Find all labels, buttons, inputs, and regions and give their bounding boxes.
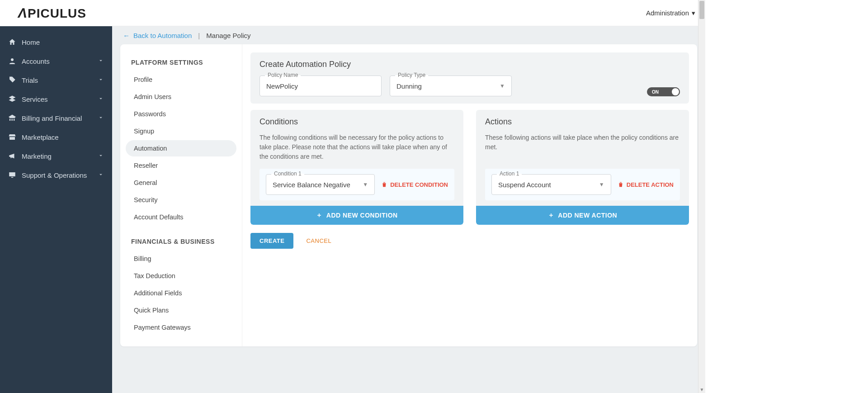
sidebar-item-label: Marketing — [22, 152, 52, 160]
settings-item-signup[interactable]: Signup — [126, 123, 236, 139]
sidebar-item-label: Support & Operations — [22, 171, 87, 179]
settings-item-tax-deduction[interactable]: Tax Deduction — [126, 268, 236, 284]
settings-group-title: FINANCIALS & BUSINESS — [126, 233, 236, 250]
action-value: Suspend Account — [498, 181, 551, 189]
settings-item-passwords[interactable]: Passwords — [126, 106, 236, 122]
delete-action-button[interactable]: DELETE ACTION — [618, 181, 674, 188]
conditions-title: Conditions — [259, 117, 454, 127]
policy-type-select[interactable]: Dunning ▼ — [390, 76, 512, 96]
chevron-down-icon — [98, 114, 104, 122]
chevron-down-icon — [98, 76, 104, 84]
condition-label: Condition 1 — [271, 170, 304, 177]
settings-item-quick-plans[interactable]: Quick Plans — [126, 302, 236, 318]
action-select[interactable]: Suspend Account ▼ — [491, 174, 611, 195]
toggle-on-label: ON — [650, 89, 661, 95]
layers-icon — [8, 95, 16, 103]
caret-down-icon: ▼ — [363, 181, 368, 188]
settings-item-account-defaults[interactable]: Account Defaults — [126, 209, 236, 225]
bank-icon — [8, 114, 16, 122]
sidebar-item-label: Accounts — [22, 57, 50, 65]
sidebar-item-label: Trials — [22, 76, 38, 84]
add-condition-button[interactable]: ＋ ADD NEW CONDITION — [250, 206, 463, 225]
svg-point-0 — [11, 58, 14, 61]
policy-enabled-toggle[interactable]: ON — [647, 87, 680, 96]
settings-group-title: PLATFORM SETTINGS — [126, 54, 236, 71]
settings-item-automation[interactable]: Automation — [126, 140, 236, 156]
sidebar-item-services[interactable]: Services — [0, 90, 112, 109]
plus-icon: ＋ — [316, 211, 323, 219]
user-icon — [8, 57, 16, 65]
conditions-card: Conditions The following conditions will… — [250, 110, 463, 225]
card-title: Create Automation Policy — [259, 60, 680, 69]
chevron-down-icon — [98, 152, 104, 160]
add-condition-label: ADD NEW CONDITION — [326, 212, 398, 219]
sidebar-item-marketing[interactable]: Marketing — [0, 147, 112, 166]
scroll-down-arrow-icon[interactable]: ▼ — [698, 386, 705, 393]
sidebar-item-trials[interactable]: Trials — [0, 71, 112, 90]
sidebar-item-support[interactable]: Support & Operations — [0, 166, 112, 185]
create-button[interactable]: CREATE — [250, 233, 293, 249]
delete-condition-button[interactable]: DELETE CONDITION — [381, 181, 448, 188]
store-icon — [8, 133, 16, 141]
sidebar-item-label: Billing and Financial — [22, 114, 82, 122]
settings-item-reseller[interactable]: Reseller — [126, 157, 236, 174]
condition-value: Service Balance Negative — [273, 181, 350, 189]
sidebar-item-label: Marketplace — [22, 133, 59, 141]
condition-select[interactable]: Service Balance Negative ▼ — [266, 174, 375, 195]
condition-row: Condition 1 Service Balance Negative ▼ — [259, 169, 454, 200]
sidebar-item-label: Home — [22, 38, 40, 46]
topbar: ΛPICULUS Administration ▾ — [0, 0, 705, 26]
sidebar-item-label: Services — [22, 95, 48, 103]
chevron-down-icon — [98, 57, 104, 65]
caret-down-icon: ▼ — [500, 83, 505, 89]
breadcrumb-current: Manage Policy — [206, 32, 250, 39]
action-row: Action 1 Suspend Account ▼ — [485, 169, 680, 200]
arrow-left-icon: ← — [123, 32, 130, 39]
back-link-label: Back to Automation — [133, 32, 192, 39]
chevron-down-icon — [98, 95, 104, 103]
actions-title: Actions — [485, 117, 680, 127]
tag-icon — [8, 76, 16, 84]
trash-icon — [618, 181, 624, 188]
action-label: Action 1 — [497, 170, 522, 177]
form-area: Create Automation Policy Policy Name Pol… — [242, 44, 697, 346]
settings-nav: PLATFORM SETTINGS Profile Admin Users Pa… — [120, 44, 242, 346]
back-link[interactable]: ← Back to Automation — [123, 32, 192, 39]
trash-icon — [381, 181, 387, 188]
policy-name-label: Policy Name — [265, 72, 301, 78]
os-scrollbar[interactable]: ▲ ▼ — [698, 0, 705, 393]
sidebar-item-billing[interactable]: Billing and Financial — [0, 109, 112, 128]
sidebar-item-home[interactable]: Home — [0, 33, 112, 52]
policy-type-label: Policy Type — [395, 72, 428, 78]
policy-name-input[interactable] — [259, 76, 382, 96]
megaphone-icon — [8, 152, 16, 160]
settings-item-admin-users[interactable]: Admin Users — [126, 89, 236, 105]
settings-item-general[interactable]: General — [126, 175, 236, 191]
add-action-button[interactable]: ＋ ADD NEW ACTION — [476, 206, 689, 225]
delete-condition-label: DELETE CONDITION — [390, 181, 448, 188]
add-action-label: ADD NEW ACTION — [558, 212, 617, 219]
scroll-thumb[interactable] — [699, 1, 704, 19]
settings-item-security[interactable]: Security — [126, 192, 236, 208]
sidebar-item-accounts[interactable]: Accounts — [0, 52, 112, 71]
cancel-button[interactable]: CANCEL — [306, 237, 331, 244]
settings-item-additional-fields[interactable]: Additional Fields — [126, 285, 236, 301]
settings-item-payment-gateways[interactable]: Payment Gateways — [126, 319, 236, 336]
sidebar: Home Accounts Trials Se — [0, 26, 112, 393]
actions-desc: These following actions will take place … — [485, 133, 680, 161]
policy-type-value: Dunning — [396, 82, 422, 90]
administration-menu[interactable]: Administration ▾ — [646, 9, 695, 17]
breadcrumb: ← Back to Automation | Manage Policy — [112, 26, 705, 44]
footer-actions: CREATE CANCEL — [250, 233, 689, 249]
home-icon — [8, 38, 16, 46]
plus-icon: ＋ — [548, 211, 555, 219]
brand-logo: ΛPICULUS — [18, 5, 86, 21]
caret-down-icon: ▼ — [599, 181, 604, 188]
policy-header-card: Create Automation Policy Policy Name Pol… — [250, 52, 689, 104]
monitor-icon — [8, 171, 16, 179]
settings-item-billing[interactable]: Billing — [126, 251, 236, 267]
caret-down-icon: ▾ — [692, 9, 695, 17]
breadcrumb-separator: | — [198, 32, 200, 39]
settings-item-profile[interactable]: Profile — [126, 71, 236, 88]
sidebar-item-marketplace[interactable]: Marketplace — [0, 128, 112, 147]
